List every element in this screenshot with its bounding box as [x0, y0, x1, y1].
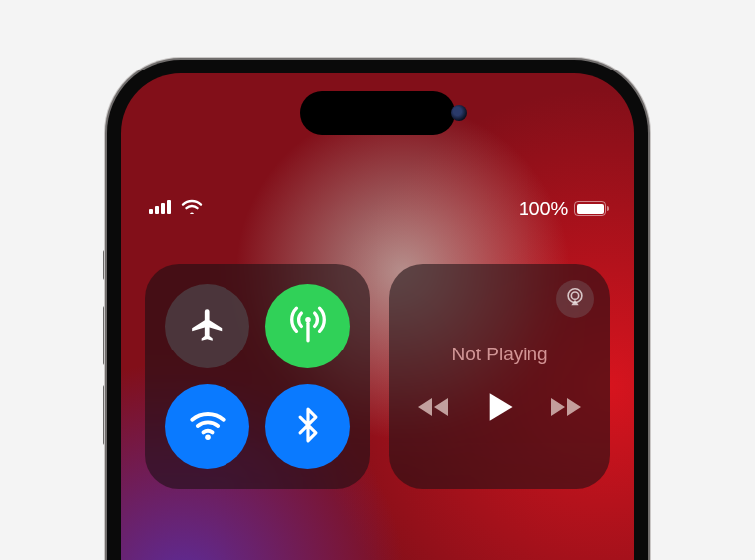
svg-rect-1 — [155, 206, 159, 214]
airplay-icon — [564, 286, 586, 312]
play-button[interactable] — [486, 391, 514, 427]
battery-percent-label: 100% — [519, 198, 568, 220]
svg-point-7 — [571, 292, 578, 299]
battery-fill — [577, 204, 604, 214]
iphone-frame: 100% — [107, 60, 648, 560]
rewind-button[interactable] — [416, 396, 450, 422]
svg-rect-0 — [149, 209, 153, 214]
airplane-mode-toggle[interactable] — [165, 284, 249, 368]
svg-point-4 — [305, 316, 311, 322]
connectivity-module[interactable] — [145, 264, 370, 489]
svg-rect-3 — [167, 200, 171, 214]
cellular-signal-icon — [149, 199, 173, 218]
bluetooth-toggle[interactable] — [265, 384, 350, 469]
wifi-status-icon — [181, 199, 203, 218]
airplane-icon — [189, 306, 226, 348]
status-bar: 100% — [121, 195, 634, 222]
fast-forward-button[interactable] — [549, 396, 583, 422]
bluetooth-icon — [289, 406, 327, 448]
media-module[interactable]: Not Playing — [389, 264, 610, 489]
phone-bezel: 100% — [107, 60, 648, 560]
antenna-icon — [287, 304, 329, 350]
cellular-data-toggle[interactable] — [265, 284, 350, 368]
dynamic-island — [300, 91, 455, 135]
wifi-icon — [187, 404, 228, 450]
battery-icon — [574, 201, 606, 216]
svg-rect-2 — [161, 203, 165, 214]
wifi-toggle[interactable] — [165, 384, 249, 469]
media-title-label: Not Playing — [451, 344, 547, 365]
svg-point-5 — [205, 434, 211, 440]
airplay-button[interactable] — [556, 280, 594, 318]
screen: 100% — [121, 73, 634, 560]
